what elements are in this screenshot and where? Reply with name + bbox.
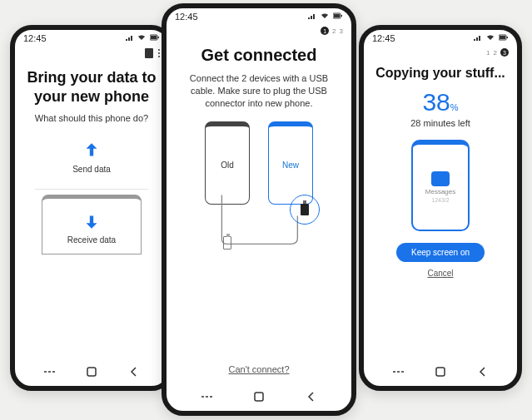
step-2: 2	[332, 27, 336, 35]
arrow-up-icon	[81, 140, 102, 161]
svg-rect-2	[151, 36, 157, 39]
recents-button[interactable]	[201, 391, 212, 403]
adapter-icon	[301, 204, 309, 215]
page-title: Get connected	[177, 45, 341, 66]
content-area: Get connected Connect the 2 devices with…	[167, 38, 351, 271]
wifi-icon	[137, 35, 148, 43]
page-title: Copying your stuff...	[374, 65, 507, 82]
svg-rect-16	[500, 36, 505, 39]
status-bar: 12:45	[364, 30, 517, 45]
wifi-icon	[321, 13, 329, 22]
usb-plug-icon	[223, 236, 231, 250]
step-1: 1	[486, 49, 490, 57]
svg-rect-6	[87, 368, 96, 376]
connector-highlight	[290, 195, 320, 225]
signal-icon	[126, 35, 137, 43]
status-bar: 12:45	[167, 8, 351, 23]
home-button[interactable]	[435, 366, 446, 378]
more-icon[interactable]	[158, 49, 161, 58]
back-button[interactable]	[477, 366, 489, 378]
receive-data-label: Receive data	[67, 235, 116, 245]
status-icons	[124, 33, 160, 43]
step-1-active: 1	[321, 27, 329, 35]
old-device-label: Old	[221, 161, 234, 170]
signal-icon	[474, 35, 482, 43]
send-data-button[interactable]: Send data	[42, 133, 142, 180]
messages-icon	[431, 171, 450, 186]
progress-percent: 38%	[422, 88, 458, 116]
send-data-label: Send data	[72, 165, 111, 174]
status-time: 12:45	[372, 33, 395, 43]
arrow-down-icon	[81, 210, 102, 232]
svg-rect-8	[341, 15, 343, 17]
home-button[interactable]	[253, 391, 265, 403]
recents-button[interactable]	[43, 366, 55, 378]
copy-phone-illustration: Messages 1243/2	[411, 140, 470, 231]
page-title: Bring your data to your new phone	[25, 68, 158, 106]
step-indicator: 1 2 3	[321, 27, 343, 35]
cant-connect-link[interactable]: Can't connect?	[228, 364, 289, 374]
copy-item-count: 1243/2	[431, 197, 449, 203]
step-3-active: 3	[500, 48, 509, 57]
phone-screen-3: 12:45 1 2 3 Copying your stuff... 38% 28…	[359, 25, 522, 391]
cant-connect-area: Can't connect?	[167, 361, 351, 376]
cancel-link[interactable]: Cancel	[374, 269, 507, 278]
content-area: Bring your data to your new phone What s…	[15, 62, 168, 259]
keep-screen-on-button[interactable]: Keep screen on	[396, 243, 485, 262]
time-remaining: 28 minutes left	[374, 118, 507, 128]
battery-icon	[150, 35, 160, 43]
content-area: Copying your stuff... 38% 28 minutes lef…	[364, 60, 517, 283]
home-button[interactable]	[86, 366, 97, 378]
status-time: 12:45	[175, 12, 198, 22]
page-subtitle: What should this phone do?	[25, 112, 158, 125]
receive-phone-illustration: Receive data	[42, 195, 142, 254]
status-time: 12:45	[23, 33, 47, 43]
sim-icon	[145, 48, 153, 58]
status-icons	[306, 12, 343, 22]
receive-data-button[interactable]: Receive data	[42, 204, 141, 251]
recents-button[interactable]	[392, 366, 404, 378]
top-bar: 1 2 3	[364, 45, 517, 60]
old-device: Old	[205, 121, 250, 205]
svg-rect-13	[255, 393, 263, 401]
divider	[35, 189, 148, 190]
wifi-icon	[486, 35, 495, 43]
svg-rect-20	[436, 368, 445, 376]
top-bar: 1 2 3	[167, 23, 351, 38]
svg-rect-9	[334, 14, 340, 17]
phone-screen-2: 12:45 1 2 3 Get connected Connect the 2 …	[162, 3, 356, 416]
page-subtitle: Connect the 2 devices with a USB cable. …	[177, 72, 341, 110]
signal-icon	[308, 13, 319, 22]
battery-icon	[333, 13, 343, 22]
step-3: 3	[340, 27, 343, 35]
new-device: New	[268, 121, 313, 205]
nav-bar	[15, 361, 168, 383]
nav-bar	[364, 361, 517, 383]
step-2: 2	[494, 49, 497, 57]
new-device-label: New	[282, 161, 299, 170]
top-bar	[15, 45, 168, 62]
svg-rect-1	[158, 37, 160, 38]
status-bar: 12:45	[15, 30, 168, 45]
svg-rect-15	[507, 37, 509, 38]
cable-icon	[177, 116, 341, 250]
status-icons	[472, 33, 509, 43]
connection-diagram: Old New	[177, 116, 341, 266]
nav-bar	[167, 386, 351, 408]
battery-icon	[499, 35, 509, 43]
phone-screen-1: 12:45 Bring your data to your new phone …	[10, 25, 173, 391]
progress-display: 38% 28 minutes left	[374, 88, 507, 128]
back-button[interactable]	[306, 391, 317, 403]
back-button[interactable]	[128, 366, 140, 378]
step-indicator: 1 2 3	[486, 48, 509, 57]
